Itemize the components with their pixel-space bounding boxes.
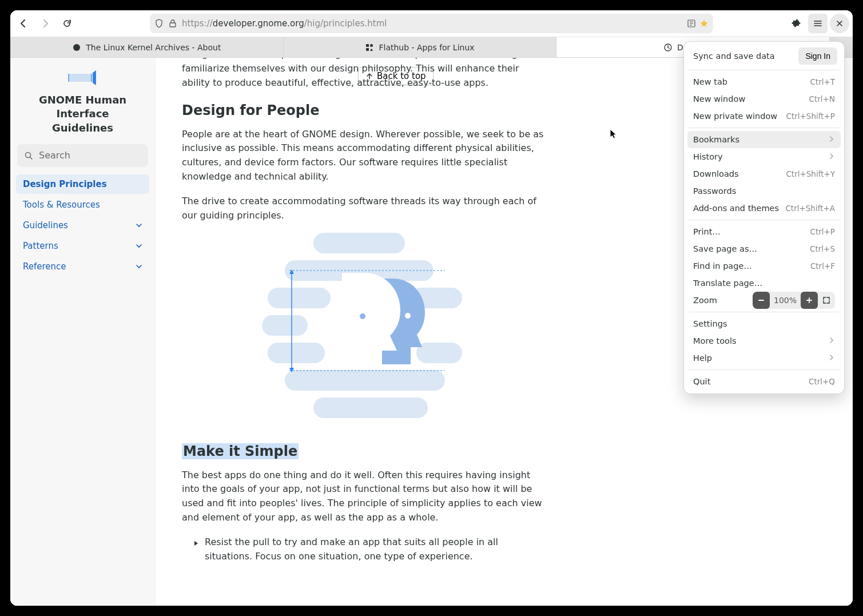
site-title: GNOME Human InterfaceGuidelines xyxy=(15,93,150,144)
window-close-button[interactable] xyxy=(830,14,849,33)
zoom-value: 100% xyxy=(770,296,801,305)
tab-label: The Linux Kernel Archives - About xyxy=(86,43,221,52)
menu-item-settings[interactable]: Settings xyxy=(687,315,841,332)
heading-make-it-simple: Make it Simple xyxy=(182,441,548,462)
forward-button[interactable] xyxy=(35,14,55,33)
chevron-left-icon xyxy=(19,19,28,28)
nav-tools-resources[interactable]: Tools & Resources xyxy=(16,195,149,214)
menu-item-print[interactable]: Print…Ctrl+P xyxy=(687,223,841,240)
zoom-out-button[interactable] xyxy=(753,292,770,309)
reader-mode-icon[interactable] xyxy=(687,19,696,28)
app-menu-popover: Sync and save data Sign In New tabCtrl+T… xyxy=(683,41,845,394)
menu-item-more-tools[interactable]: More tools xyxy=(687,332,841,349)
menu-item-new-tab[interactable]: New tabCtrl+T xyxy=(687,73,841,90)
menu-item-bookmarks[interactable]: Bookmarks xyxy=(687,131,841,148)
illustration-people xyxy=(268,233,462,427)
svg-point-4 xyxy=(370,44,373,47)
nav-reference[interactable]: Reference xyxy=(16,257,149,276)
tab-label: Flathub - Apps for Linux xyxy=(379,43,474,52)
zoom-in-button[interactable] xyxy=(801,292,818,309)
tab-1[interactable]: Flathub - Apps for Linux xyxy=(284,37,557,57)
reload-icon xyxy=(62,19,71,28)
hamburger-menu-button[interactable] xyxy=(808,14,828,33)
tux-icon xyxy=(72,43,81,52)
zoom-fullscreen-button[interactable] xyxy=(818,292,835,309)
bullet-chevron-icon xyxy=(193,536,199,564)
sign-in-button[interactable]: Sign In xyxy=(798,47,837,65)
svg-rect-8 xyxy=(69,74,92,82)
site-logo xyxy=(15,65,150,93)
chevron-right-icon xyxy=(828,152,835,161)
svg-marker-15 xyxy=(289,368,294,372)
chevron-right-icon xyxy=(828,336,835,345)
paragraph: The drive to create accommodating softwa… xyxy=(182,194,548,223)
menu-item-save-page-as[interactable]: Save page as…Ctrl+S xyxy=(687,240,841,257)
browser-toolbar: https://developer.gnome.org/hig/principl… xyxy=(10,10,853,37)
menu-item-downloads[interactable]: DownloadsCtrl+Shift+Y xyxy=(687,165,841,182)
fullscreen-icon xyxy=(822,296,830,304)
doc-sidebar: GNOME Human InterfaceGuidelines Search D… xyxy=(10,58,156,606)
tab-0[interactable]: The Linux Kernel Archives - About xyxy=(10,37,284,57)
menu-item-translate-page[interactable]: Translate page… xyxy=(687,275,841,292)
menu-sync-label: Sync and save data xyxy=(693,51,775,61)
search-icon xyxy=(24,151,33,160)
svg-point-17 xyxy=(360,313,365,319)
chevron-right-icon xyxy=(828,135,835,144)
search-placeholder: Search xyxy=(39,150,70,161)
chevron-right-icon xyxy=(41,19,50,28)
url-text: https://developer.gnome.org/hig/principl… xyxy=(182,18,387,29)
close-icon xyxy=(835,19,844,28)
chevron-down-icon xyxy=(136,263,142,270)
heading-design-for-people: Design for People xyxy=(182,100,548,121)
menu-item-quit[interactable]: Quit Ctrl+Q xyxy=(687,373,841,390)
bullet-item: Resist the pull to try and make an app t… xyxy=(182,535,548,564)
svg-point-16 xyxy=(405,313,411,319)
minus-icon xyxy=(758,297,765,304)
nav-guidelines[interactable]: Guidelines xyxy=(16,216,149,235)
paragraph: The best apps do one thing and do it wel… xyxy=(182,468,548,525)
chevron-down-icon xyxy=(136,243,142,249)
svg-rect-3 xyxy=(366,44,369,47)
menu-item-help[interactable]: Help xyxy=(687,349,841,367)
svg-rect-5 xyxy=(366,48,369,51)
chevron-down-icon xyxy=(136,222,142,229)
svg-point-2 xyxy=(73,44,80,51)
intro-paragraph: Designers and developers building for th… xyxy=(182,58,548,90)
menu-item-add-ons-and-themes[interactable]: Add-ons and themesCtrl+Shift+A xyxy=(687,200,841,217)
extensions-button[interactable] xyxy=(786,14,806,33)
shield-icon xyxy=(154,19,164,28)
menu-item-passwords[interactable]: Passwords xyxy=(687,182,841,200)
svg-marker-9 xyxy=(93,70,96,85)
menu-item-new-window[interactable]: New windowCtrl+N xyxy=(687,90,841,108)
menu-zoom-row: Zoom 100% xyxy=(687,292,841,309)
nav-patterns[interactable]: Patterns xyxy=(16,236,149,256)
reload-button[interactable] xyxy=(57,14,77,33)
plus-icon xyxy=(806,297,813,304)
nav-design-principles[interactable]: Design Principles xyxy=(16,174,149,194)
lock-icon xyxy=(168,19,177,28)
menu-sync-row: Sync and save data Sign In xyxy=(687,45,841,67)
svg-marker-14 xyxy=(289,269,294,274)
paragraph: People are at the heart of GNOME design.… xyxy=(182,128,548,184)
svg-rect-0 xyxy=(170,23,176,27)
puzzle-icon xyxy=(792,19,801,28)
flathub-icon xyxy=(365,43,374,52)
menu-item-new-private-window[interactable]: New private windowCtrl+Shift+P xyxy=(687,108,841,125)
svg-marker-6 xyxy=(370,48,373,51)
doc-nav: Design Principles Tools & Resources Guid… xyxy=(15,174,150,277)
menu-item-history[interactable]: History xyxy=(687,148,841,165)
back-button[interactable] xyxy=(14,14,33,33)
url-bar[interactable]: https://developer.gnome.org/hig/principl… xyxy=(150,14,713,33)
bookmark-star-icon[interactable] xyxy=(699,19,709,28)
chevron-right-icon xyxy=(828,353,835,363)
hamburger-icon xyxy=(813,19,822,28)
menu-item-find-in-page[interactable]: Find in page…Ctrl+F xyxy=(687,257,841,275)
doc-search[interactable]: Search xyxy=(17,144,148,167)
gnome-doc-icon xyxy=(663,43,673,52)
